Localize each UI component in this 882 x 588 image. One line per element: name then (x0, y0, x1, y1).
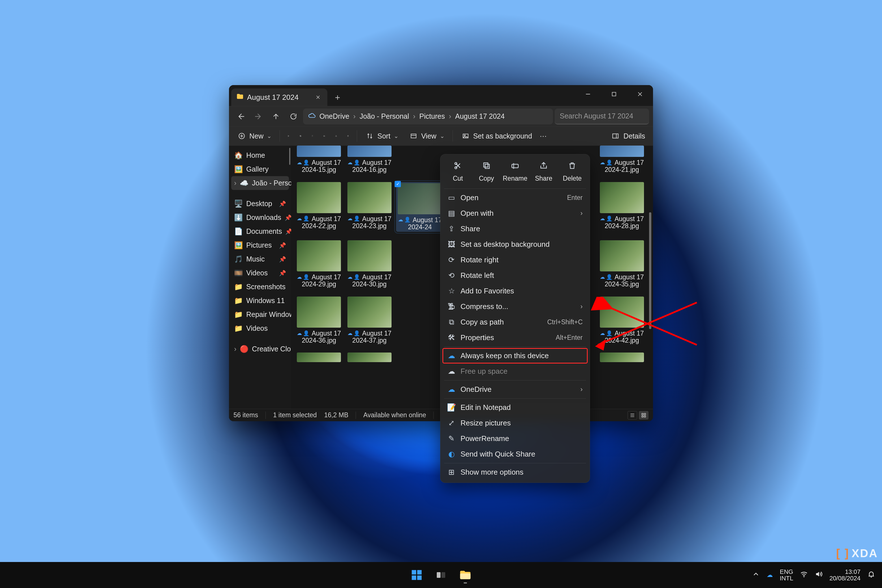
toolbar-rename-button[interactable] (320, 131, 329, 141)
ctx-cut-button[interactable]: Cut (444, 160, 471, 184)
ctx-copy-path[interactable]: ⧉Copy as pathCtrl+Shift+C (442, 314, 588, 330)
file-item[interactable]: ☁👤August 172024-30.jpg (346, 240, 393, 288)
file-item[interactable]: ☁👤August 172024-21.jpg (598, 146, 646, 174)
file-item[interactable]: ☁👤August 172024-22.jpg (295, 182, 343, 232)
pictures-icon: 🖼️ (234, 241, 243, 249)
breadcrumb-item[interactable]: OneDrive (320, 112, 350, 120)
toolbar-more-button[interactable]: ⋯ (538, 131, 548, 141)
sidebar-item-pictures[interactable]: 🖼️Pictures📌 (231, 238, 289, 252)
volume-icon[interactable] (815, 570, 823, 580)
search-input[interactable]: Search August 17 2024 (555, 108, 649, 124)
ctx-set-bg[interactable]: 🖼Set as desktop background (442, 237, 588, 252)
sidebar-item-music[interactable]: 🎵Music📌 (231, 252, 289, 266)
breadcrumb-item[interactable]: August 17 2024 (455, 112, 505, 120)
explorer-taskbar-icon[interactable] (456, 566, 475, 585)
toolbar-new-button[interactable]: New⌄ (233, 129, 276, 143)
file-item[interactable]: ☁👤August 172024-23.jpg (346, 182, 393, 232)
ctx-add-favorites[interactable]: ☆Add to Favorites (442, 283, 588, 299)
ctx-show-more[interactable]: ⊞Show more options (442, 465, 588, 480)
ctx-delete-button[interactable]: Delete (559, 160, 586, 184)
breadcrumb[interactable]: OneDrive› João - Personal› Pictures› Aug… (303, 108, 553, 124)
toolbar-details-button[interactable]: Details (607, 129, 649, 143)
clock[interactable]: 13:07 20/08/2024 (830, 568, 861, 582)
sidebar-item-documents[interactable]: 📄Documents📌 (231, 225, 289, 238)
sidebar-item-repair[interactable]: 📁Repair Windows (231, 308, 289, 321)
breadcrumb-item[interactable]: Pictures (419, 112, 445, 120)
shared-status-icon: 👤 (606, 160, 612, 166)
sidebar-item-home[interactable]: 🏠Home (231, 148, 289, 162)
nav-back-button[interactable] (233, 108, 249, 124)
language-indicator[interactable]: ENG INTL (780, 568, 793, 582)
sidebar-item-gallery[interactable]: 🖼️Gallery (231, 162, 289, 176)
start-button[interactable] (407, 566, 426, 585)
view-icons-button[interactable] (639, 411, 648, 420)
notifications-icon[interactable] (867, 570, 875, 580)
taskview-button[interactable] (431, 566, 451, 585)
sidebar-item-personal[interactable]: ›☁️João - Personal (231, 176, 289, 190)
ctx-onedrive[interactable]: ☁OneDrive› (442, 382, 588, 397)
file-item[interactable]: ☁👤August 172024-42.jpg (598, 297, 646, 344)
view-list-button[interactable] (628, 411, 637, 420)
ctx-compress[interactable]: 🗜Compress to...› (442, 299, 588, 314)
ctx-copy-button[interactable]: Copy (473, 160, 500, 184)
ctx-properties[interactable]: 🛠PropertiesAlt+Enter (442, 330, 588, 345)
minimize-button[interactable] (575, 85, 601, 103)
file-item[interactable] (598, 352, 646, 362)
ctx-powerrename[interactable]: ✎PowerRename (442, 431, 588, 446)
breadcrumb-item[interactable]: João - Personal (360, 112, 409, 120)
tray-chevron-icon[interactable] (752, 570, 760, 580)
tab-add-button[interactable]: ＋ (327, 88, 348, 106)
sidebar-item-windows11[interactable]: 📁Windows 11 (231, 294, 289, 308)
sidebar-item-videos[interactable]: 🎞️Videos📌 (231, 266, 289, 280)
ctx-resize-pictures[interactable]: ⤢Resize pictures (442, 415, 588, 431)
toolbar-set-background-button[interactable]: Set as background (457, 129, 536, 143)
toolbar-share-button[interactable] (332, 131, 341, 141)
file-item[interactable]: ☁👤August 172024-35.jpg (598, 240, 646, 288)
close-button[interactable] (627, 85, 653, 103)
toolbar-copy-button[interactable] (296, 131, 305, 141)
sidebar-item-creative-cloud[interactable]: ›🔴Creative Cloud F (231, 342, 289, 356)
ctx-rotate-left[interactable]: ⟲Rotate left (442, 268, 588, 283)
toolbar-cut-button[interactable] (284, 131, 293, 141)
file-item[interactable]: ☁👤August 172024-29.jpg (295, 240, 343, 288)
nav-up-button[interactable] (268, 108, 284, 124)
nav-forward-button[interactable] (250, 108, 266, 124)
ctx-always-keep[interactable]: ☁Always keep on this device (442, 348, 588, 363)
file-item[interactable] (346, 352, 393, 362)
file-item[interactable]: ☁👤August 172024-37.jpg (346, 297, 393, 344)
toolbar-sort-button[interactable]: Sort⌄ (361, 129, 402, 143)
quick-share-icon: ◐ (447, 450, 455, 459)
tab-current[interactable]: August 17 2024 (231, 88, 327, 106)
ctx-rename-button[interactable]: Rename (501, 160, 529, 184)
file-name-line1: August 17 (362, 159, 392, 166)
ctx-edit-notepad[interactable]: 📝Edit in Notepad (442, 400, 588, 415)
tray-onedrive-icon[interactable]: ☁ (766, 572, 773, 579)
file-item[interactable]: ☁👤August 172024-36.jpg (295, 297, 343, 344)
ctx-open[interactable]: ▭OpenEnter (442, 190, 588, 206)
maximize-button[interactable] (601, 85, 627, 103)
ctx-share[interactable]: ⇪Share (442, 221, 588, 237)
ctx-share-button[interactable]: Share (530, 160, 557, 184)
wifi-icon[interactable] (800, 570, 808, 580)
sidebar-item-desktop[interactable]: 🖥️Desktop📌 (231, 197, 289, 211)
ctx-open-with[interactable]: ▤Open with› (442, 206, 588, 221)
sidebar-item-downloads[interactable]: ⬇️Downloads📌 (231, 211, 289, 225)
toolbar-paste-button[interactable] (308, 131, 317, 141)
file-item[interactable]: ☁👤August 172024-16.jpg (346, 146, 393, 174)
file-item[interactable]: ☁👤August 172024-15.jpg (295, 146, 343, 174)
content-scrollbar[interactable] (649, 147, 651, 407)
sidebar-scrollbar[interactable] (289, 148, 290, 400)
sidebar-item-videos2[interactable]: 📁Videos (231, 321, 289, 335)
ctx-rotate-right[interactable]: ⟳Rotate right (442, 252, 588, 268)
sidebar-item-screenshots[interactable]: 📁Screenshots (231, 280, 289, 294)
tab-close-button[interactable] (313, 92, 323, 103)
file-item[interactable]: ☁👤August 172024-28.jpg (598, 182, 646, 232)
toolbar-view-button[interactable]: View⌄ (405, 129, 448, 143)
ctx-quick-share[interactable]: ◐Send with Quick Share (442, 446, 588, 462)
svg-rect-4 (300, 136, 301, 136)
file-item[interactable]: ✓☁👤August 172024-24 (396, 182, 444, 232)
toolbar-delete-button[interactable] (343, 131, 353, 141)
nav-refresh-button[interactable] (285, 108, 302, 124)
download-icon: ⬇️ (234, 213, 243, 222)
file-item[interactable] (295, 352, 343, 362)
